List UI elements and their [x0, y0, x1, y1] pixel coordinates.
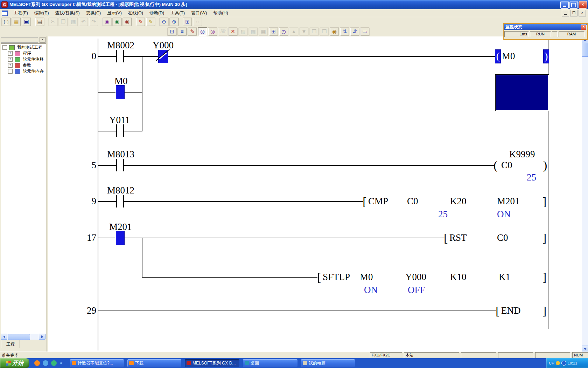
- copy-button[interactable]: ❐: [58, 18, 68, 26]
- window-prev-button[interactable]: ❐: [309, 27, 319, 36]
- menu-project[interactable]: 工程(F): [10, 9, 31, 17]
- panel-close-button[interactable]: ×: [40, 37, 46, 43]
- quick-launch-explorer[interactable]: [51, 360, 57, 366]
- expand-icon[interactable]: −: [2, 45, 7, 50]
- tree-item-device-memory[interactable]: 软元件内存: [1, 68, 46, 74]
- panel-drag-handle[interactable]: [1, 38, 38, 43]
- vertical-scrollbar[interactable]: [582, 36, 588, 352]
- maximize-button[interactable]: [569, 1, 578, 9]
- ladder-toolbar: ⊡≡✎◎◎☏✕▨▧▦⊞◷▲▼❐❐◉⇅⇵▭: [167, 27, 552, 36]
- tray-clock-icon[interactable]: [561, 361, 566, 366]
- device-test-button[interactable]: ▨: [238, 27, 248, 36]
- contact-bar: [116, 124, 117, 137]
- monitor-write-button[interactable]: ◎: [208, 27, 217, 36]
- transfer-setup-button[interactable]: ⊡: [167, 27, 177, 36]
- print-button[interactable]: ▤: [35, 18, 44, 26]
- write-mode-button[interactable]: ✎: [136, 18, 145, 26]
- tree-item-program[interactable]: + 程序: [1, 50, 46, 56]
- comment-display-button[interactable]: ◉: [330, 27, 339, 36]
- instruction-bracket: ]: [542, 304, 546, 318]
- close-button[interactable]: ×: [579, 1, 587, 9]
- expand-icon[interactable]: +: [8, 57, 13, 62]
- menu-window[interactable]: 窗口(W): [188, 9, 210, 17]
- menu-edit[interactable]: 编辑(E): [31, 9, 52, 17]
- save-button[interactable]: ▣: [22, 18, 31, 26]
- menu-diagnostics[interactable]: 诊断(D): [146, 9, 167, 17]
- device-batch-button[interactable]: ⊞: [269, 27, 278, 36]
- undo-button[interactable]: ↶: [79, 18, 88, 26]
- tree-item-parameter[interactable]: + 参数: [1, 62, 46, 68]
- redo-button[interactable]: ↷: [89, 18, 98, 26]
- mdi-restore-button[interactable]: ❐: [570, 10, 578, 16]
- mdi-child-icon[interactable]: [2, 11, 8, 16]
- quick-launch-chevron[interactable]: »: [60, 360, 63, 365]
- sort-ascending-button[interactable]: ⇅: [340, 27, 349, 36]
- monitor-status-titlebar[interactable]: 监视状态 ×: [504, 24, 587, 30]
- menu-tools[interactable]: 工具(T): [167, 9, 188, 17]
- toolbar-icon: ▭: [362, 28, 367, 34]
- sort-descending-button[interactable]: ⇵: [350, 27, 359, 36]
- vertical-scroll-thumb[interactable]: [582, 43, 588, 57]
- menu-convert[interactable]: 变换(C): [83, 9, 104, 17]
- panel-horizontal-scrollbar[interactable]: [1, 334, 45, 340]
- station-field: 本站: [404, 352, 459, 358]
- menu-view[interactable]: 显示(V): [104, 9, 125, 17]
- tree-root-item[interactable]: − 我的测试工程: [1, 44, 46, 50]
- scroll-left-button[interactable]: [1, 334, 7, 340]
- edit-ladder-button[interactable]: ✎: [188, 27, 197, 36]
- find-instruction-button[interactable]: ◉: [122, 18, 132, 26]
- task-counter-question[interactable]: 计数器不能复位?...: [70, 359, 124, 367]
- zoom-out-button[interactable]: ⊖: [159, 18, 169, 26]
- tree-item-device-comment[interactable]: + 软元件注释: [1, 56, 46, 62]
- new-button[interactable]: ▢: [1, 18, 11, 26]
- window-next-button[interactable]: ❐: [320, 27, 329, 36]
- step-up-button[interactable]: ▲: [289, 27, 299, 36]
- menu-find-replace[interactable]: 查找/替换(S): [52, 9, 83, 17]
- horizontal-scroll-thumb[interactable]: [8, 334, 30, 340]
- scan-time-button[interactable]: ◷: [279, 27, 288, 36]
- monitor-close-button[interactable]: ×: [581, 25, 587, 30]
- forced-output-button[interactable]: ▦: [259, 27, 268, 36]
- display-format-button[interactable]: ▭: [360, 27, 370, 36]
- find-device-button[interactable]: ◉: [112, 18, 122, 26]
- wire: [167, 56, 495, 57]
- quick-launch-browser[interactable]: [34, 360, 40, 366]
- paste-button[interactable]: ▧: [69, 18, 78, 26]
- task-download[interactable]: 下载: [127, 359, 181, 367]
- task-my-computer[interactable]: 我的电脑: [301, 359, 355, 367]
- find-button[interactable]: ◉: [102, 18, 112, 26]
- mdi-close-button[interactable]: ×: [579, 10, 586, 16]
- forced-input-button[interactable]: ▧: [248, 27, 258, 36]
- contact-label: M8013: [107, 149, 134, 159]
- task-melsoft[interactable]: MELSOFT系列 GX D...: [185, 359, 239, 367]
- task-desktop[interactable]: 桌面: [243, 359, 298, 367]
- insert-mode-button[interactable]: ✎: [146, 18, 155, 26]
- open-button[interactable]: ▦: [12, 18, 21, 26]
- zoom-in-button[interactable]: ⊕: [169, 18, 179, 26]
- menu-help[interactable]: 帮助(H): [210, 9, 231, 17]
- project-tab[interactable]: 工程: [1, 340, 20, 348]
- cut-button[interactable]: ✂: [48, 18, 58, 26]
- ladder-cursor[interactable]: [495, 74, 549, 111]
- quick-launch-messenger[interactable]: [43, 360, 48, 366]
- ladder-tree-button[interactable]: ≡: [177, 27, 187, 36]
- tile-windows-button[interactable]: ⊞: [183, 18, 192, 26]
- expand-icon[interactable]: +: [8, 63, 13, 68]
- language-indicator[interactable]: CH: [549, 361, 554, 365]
- monitor-mode-button[interactable]: ◎: [198, 27, 207, 36]
- step-down-button[interactable]: ▼: [299, 27, 309, 36]
- menu-online[interactable]: 在线(O): [125, 9, 146, 17]
- project-data-list-button[interactable]: ◌: [193, 18, 202, 26]
- mdi-minimize-button[interactable]: ▁: [562, 10, 569, 16]
- minimize-button[interactable]: [560, 1, 569, 9]
- tree-item-label: 程序: [23, 51, 31, 56]
- phone-line-button[interactable]: ☏: [218, 27, 227, 36]
- taskbar-clock[interactable]: 10:21: [568, 361, 578, 365]
- tray-icon-1[interactable]: [556, 361, 560, 365]
- expand-icon[interactable]: [8, 69, 13, 74]
- scroll-right-button[interactable]: [39, 334, 46, 340]
- start-button[interactable]: 开始: [0, 358, 29, 368]
- stop-monitor-button[interactable]: ✕: [228, 27, 238, 36]
- taskbar: 开始 » 计数器不能复位?... 下载 MELSOFT系列 GX D... 桌面…: [0, 358, 588, 368]
- expand-icon[interactable]: +: [8, 51, 13, 56]
